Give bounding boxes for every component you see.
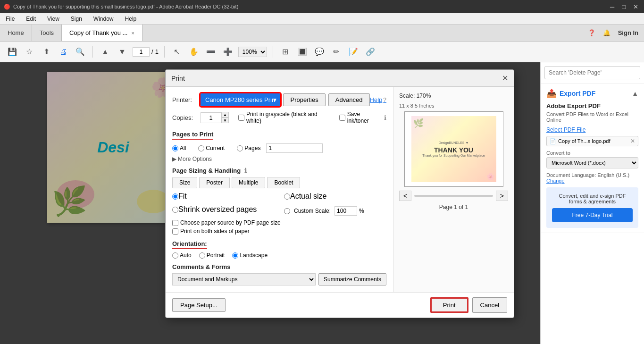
tab-size-button[interactable]: Size: [172, 177, 197, 188]
tab-multiple-button[interactable]: Multiple: [232, 177, 265, 188]
change-language-link[interactable]: Change: [546, 178, 565, 184]
radio-shrink-label[interactable]: Shrink oversized pages: [172, 205, 275, 214]
radio-pages-label[interactable]: Pages: [237, 145, 260, 151]
properties-button[interactable]: Properties: [283, 93, 325, 106]
radio-all-label[interactable]: All: [172, 145, 186, 151]
choose-paper-checkbox[interactable]: [172, 220, 178, 226]
menu-help[interactable]: Help: [123, 15, 139, 23]
close-button[interactable]: ✕: [631, 3, 640, 10]
menu-view[interactable]: View: [45, 15, 61, 23]
file-chip-close-button[interactable]: ✕: [630, 138, 635, 144]
percent-label: %: [359, 208, 364, 214]
sidebar-search-input[interactable]: [544, 66, 640, 79]
radio-actual-label[interactable]: Actual size: [284, 192, 386, 201]
maximize-button[interactable]: □: [620, 3, 627, 10]
select-icon[interactable]: ↖: [170, 45, 184, 59]
comments-select[interactable]: Document and Markups Document Only Docum…: [172, 273, 316, 285]
preview-image: 🌿 DesignBUNDLES ▼ THANK YOU Thank you fo…: [411, 116, 496, 182]
printer-select[interactable]: Canon MP280 series Printer: [201, 93, 280, 106]
summarize-comments-button[interactable]: Summarize Comments: [318, 273, 386, 285]
hand-icon[interactable]: ✋: [187, 45, 201, 59]
prev-page-icon[interactable]: ▲: [99, 45, 112, 59]
menu-file[interactable]: File: [4, 15, 17, 23]
radio-fit[interactable]: [172, 193, 178, 200]
pages-range-input[interactable]: [266, 143, 323, 153]
radio-landscape[interactable]: [232, 252, 238, 259]
page-input[interactable]: [133, 47, 150, 57]
radio-custom[interactable]: [284, 208, 290, 214]
tab-poster-button[interactable]: Poster: [199, 177, 230, 188]
export-section-header: 📤 Export PDF ▲: [546, 88, 638, 99]
print-icon[interactable]: 🖨: [57, 45, 70, 59]
copies-input[interactable]: [201, 112, 221, 123]
tab-current[interactable]: Copy of Thank you ... ×: [62, 25, 142, 41]
radio-portrait[interactable]: [199, 252, 205, 259]
radio-landscape-label[interactable]: Landscape: [232, 252, 268, 259]
inkton-option[interactable]: Save ink/toner: [339, 111, 382, 124]
menu-edit[interactable]: Edit: [24, 15, 38, 23]
help-icon[interactable]: ❓: [588, 29, 595, 36]
cancel-button[interactable]: Cancel: [472, 297, 507, 313]
radio-fit-label[interactable]: Fit: [172, 192, 275, 201]
radio-portrait-label[interactable]: Portrait: [199, 252, 225, 259]
grayscale-option[interactable]: Print in grayscale (black and white): [238, 111, 332, 124]
window-controls[interactable]: ─ □ ✕: [608, 3, 640, 10]
radio-current[interactable]: [198, 145, 204, 151]
pen-icon[interactable]: ✏: [330, 45, 343, 59]
radio-pages[interactable]: [237, 145, 243, 151]
radio-actual[interactable]: [284, 193, 290, 200]
upload-icon[interactable]: ⬆: [40, 45, 53, 59]
dialog-left-pane: Printer: Canon MP280 series Printer ▼ Pr…: [166, 87, 393, 292]
select-pdf-link[interactable]: Select PDF File: [546, 126, 638, 133]
radio-current-label[interactable]: Current: [198, 145, 225, 151]
convert-to-select[interactable]: Microsoft Word (*.docx) Microsoft Excel …: [546, 157, 638, 168]
print-button[interactable]: Print: [430, 297, 468, 313]
fit-page-icon[interactable]: ⊞: [279, 45, 292, 59]
tab-close-button[interactable]: ×: [131, 30, 134, 36]
tab-home[interactable]: Home: [0, 25, 32, 41]
save-icon[interactable]: 💾: [6, 45, 19, 59]
preview-box: 🌿 DesignBUNDLES ▼ THANK YOU Thank you fo…: [404, 111, 503, 187]
radio-auto[interactable]: [172, 252, 178, 259]
zoom-out-icon[interactable]: ➖: [204, 45, 217, 59]
search-icon[interactable]: 🔍: [74, 45, 87, 59]
page-setup-button[interactable]: Page Setup...: [172, 298, 226, 312]
share-icon[interactable]: 🔗: [364, 45, 377, 59]
custom-scale-input[interactable]: [335, 206, 357, 216]
grayscale-checkbox[interactable]: [238, 115, 244, 121]
radio-all[interactable]: [172, 145, 178, 151]
more-options-toggle[interactable]: ▶ More Options: [172, 156, 386, 162]
inkton-checkbox[interactable]: [339, 115, 345, 121]
comment-icon[interactable]: 💬: [313, 45, 326, 59]
notifications-icon[interactable]: 🔔: [603, 29, 611, 36]
inkton-info-icon[interactable]: ℹ: [384, 114, 386, 121]
free-trial-button[interactable]: Free 7-Day Trial: [552, 208, 633, 222]
dialog-close-button[interactable]: ✕: [502, 74, 508, 83]
radio-shrink[interactable]: [172, 207, 178, 213]
copies-down-button[interactable]: ▼: [221, 117, 229, 123]
print-both-sides-row: Print on both sides of paper: [172, 228, 386, 235]
fill-sign-icon[interactable]: 📝: [347, 45, 360, 59]
print-both-sides-checkbox[interactable]: [172, 228, 178, 235]
sizing-info-icon[interactable]: ℹ: [244, 167, 247, 174]
menu-sign[interactable]: Sign: [69, 15, 84, 23]
minimize-button[interactable]: ─: [608, 3, 616, 10]
help-link[interactable]: Help?: [370, 96, 386, 103]
radio-auto-label[interactable]: Auto: [172, 252, 192, 259]
preview-next-button[interactable]: >: [496, 191, 508, 201]
copies-spinner[interactable]: ▲ ▼: [221, 112, 229, 123]
collapse-arrow-icon[interactable]: ▲: [632, 90, 638, 97]
pan-zoom-icon[interactable]: 🔳: [296, 45, 309, 59]
zoom-select[interactable]: 100% 75% 125% 150%: [238, 47, 267, 57]
zoom-in-icon[interactable]: ➕: [221, 45, 234, 59]
sign-in-button[interactable]: Sign In: [618, 29, 638, 36]
bookmark-icon[interactable]: ☆: [23, 45, 36, 59]
tab-tools[interactable]: Tools: [32, 25, 62, 41]
menu-window[interactable]: Window: [92, 15, 116, 23]
preview-prev-button[interactable]: <: [399, 191, 411, 201]
preview-slider[interactable]: [414, 195, 493, 197]
tab-booklet-button[interactable]: Booklet: [267, 177, 300, 188]
advanced-button[interactable]: Advanced: [328, 93, 370, 106]
copies-up-button[interactable]: ▲: [221, 112, 229, 117]
next-page-icon[interactable]: ▼: [116, 45, 129, 59]
